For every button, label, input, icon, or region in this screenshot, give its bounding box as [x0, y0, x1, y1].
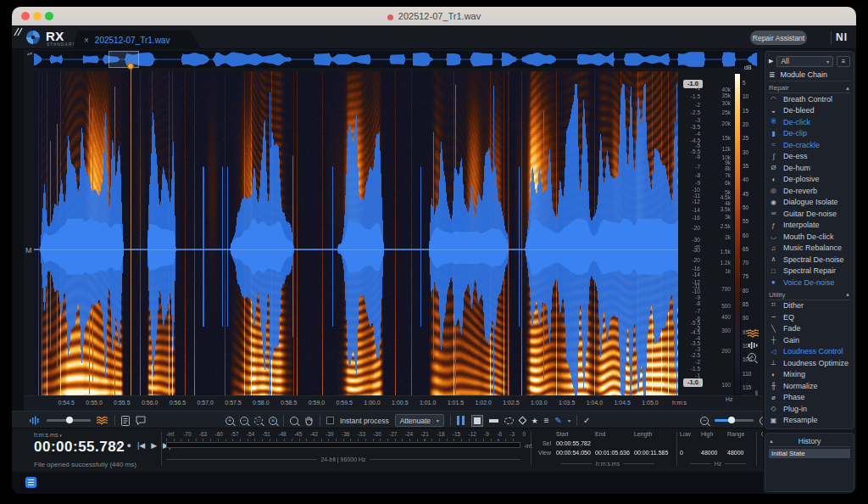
izotope-icon[interactable]	[12, 26, 23, 37]
h-zoom-slider[interactable]	[715, 419, 754, 422]
overview-waveform[interactable]	[34, 51, 757, 68]
module-item-de-crackle[interactable]: ≈De-crackle	[769, 139, 850, 151]
time-format-selector[interactable]: h:m:s.ms ▾	[34, 432, 62, 438]
zoom-in-icon[interactable]: +	[225, 417, 234, 425]
session-notes-icon[interactable]	[121, 416, 130, 426]
module-chain-item[interactable]: ≣ Module Chain	[769, 68, 850, 81]
module-label: Guitar De-noise	[783, 210, 837, 218]
module-item-gain[interactable]: ┼Gain	[769, 334, 850, 346]
module-chain-label: Module Chain	[781, 70, 828, 79]
module-item-phase[interactable]: øPhase	[769, 392, 850, 404]
module-item-spectral-de-noise[interactable]: ∧Spectral De-noise	[769, 254, 850, 266]
process-mode-dropdown[interactable]: Attenuate ▾	[395, 414, 444, 427]
instant-process-label: Instant process	[340, 417, 389, 425]
section-header-repair[interactable]: Repair▲	[769, 83, 850, 93]
module-item-resample[interactable]: ▣Resample	[769, 415, 850, 427]
module-item-normalize[interactable]: ╫Normalize	[769, 380, 850, 392]
tab-close-icon[interactable]: ×	[84, 36, 89, 45]
zoom-selection-icon[interactable]: ∷	[254, 417, 263, 425]
meter-tick-label: -12	[469, 431, 476, 437]
module-item-mouth-de-click[interactable]: ◡Mouth De-click	[769, 231, 850, 243]
magic-wand-tool-icon[interactable]: ★	[531, 417, 538, 425]
meter-tick-label: -70	[183, 431, 191, 437]
module-item-fade[interactable]: ╲Fade	[769, 323, 850, 335]
play-icon[interactable]: ▶	[151, 441, 157, 450]
instant-process-checkbox[interactable]	[326, 417, 334, 424]
levels-tool-icon[interactable]: ≡	[544, 416, 549, 425]
module-item-music-rebalance[interactable]: ♫Music Rebalance	[769, 243, 850, 255]
module-item-interpolate[interactable]: ƒInterpolate	[769, 220, 850, 232]
hand-tool-icon[interactable]	[304, 416, 314, 426]
time-selection-tool-icon[interactable]	[457, 416, 465, 425]
module-label: De-bleed	[783, 106, 815, 115]
playhead-handle[interactable]	[127, 63, 134, 70]
module-item-de-ess[interactable]: ∫De-ess	[769, 151, 850, 163]
playhead-time-display[interactable]: 00:00:55.782	[34, 439, 125, 456]
mouth-de-click-icon: ◡	[769, 232, 778, 240]
collapse-overview-icon[interactable]: ▴▾	[25, 51, 34, 56]
chevron-down-icon: ▾	[437, 417, 439, 423]
lasso-tool-icon[interactable]	[504, 417, 514, 424]
module-item-plug-in[interactable]: ◇Plug-in	[769, 403, 850, 415]
brush-options-caret-icon[interactable]: ▾	[568, 417, 570, 423]
module-item-de-reverb[interactable]: ◎De-reverb	[769, 185, 850, 197]
module-item-de-hum[interactable]: ØDe-hum	[769, 162, 850, 174]
file-tab[interactable]: × 202512-07_Tr1.wav	[72, 31, 202, 49]
magnify-tool-icon[interactable]	[290, 417, 298, 425]
module-filter-dropdown[interactable]: All ▾	[776, 56, 833, 67]
feedback-icon[interactable]	[136, 416, 146, 425]
waveform-toggle-icon[interactable]	[748, 341, 760, 350]
module-item-guitar-de-noise[interactable]: ∞Guitar De-noise	[769, 208, 850, 220]
module-item-loudness-optimize[interactable]: ⊥Loudness Optimize	[769, 357, 850, 369]
module-menu-icon[interactable]: ≡	[837, 56, 850, 67]
frequency-ruler[interactable]: 40k35k30k25k20k15k12k10k9k8k7k6k5k4.5k4k…	[693, 49, 731, 411]
time-frequency-selection-tool-icon[interactable]	[471, 415, 483, 427]
spectrogram-balance-icon[interactable]	[97, 416, 108, 425]
module-item-breath-control[interactable]: ◠Breath Control	[769, 93, 850, 105]
ni-logo[interactable]: NI	[836, 31, 848, 43]
collapse-icon[interactable]: ▲	[769, 439, 781, 444]
h-zoom-out-icon[interactable]: −	[700, 417, 709, 425]
spectrogram-colorbar[interactable]	[734, 73, 741, 395]
module-item-de-clip[interactable]: ▮De-clip	[769, 128, 850, 140]
monitor-icon[interactable]: ∩	[115, 441, 120, 450]
zoom-out-icon[interactable]: −	[240, 417, 248, 425]
module-item-voice-de-noise[interactable]: ●Voice De-noise	[769, 277, 850, 288]
vertical-zoom-in-icon[interactable]: +	[748, 353, 756, 361]
magic-select-tool-icon[interactable]: ✓	[583, 416, 590, 425]
level-meter[interactable]	[166, 442, 520, 448]
wave-spec-balance-slider[interactable]	[47, 419, 91, 422]
module-item-loudness-control[interactable]: ◁Loudness Control	[769, 346, 850, 358]
polygon-tool-icon[interactable]	[518, 417, 526, 425]
timeline-ruler[interactable]: h:m:s Hz 0:54.50:55.00:55.50:56.00:56.50…	[24, 395, 763, 411]
module-item-de-bleed[interactable]: ◒De-bleed	[769, 105, 850, 117]
history-header[interactable]: ▲ History	[769, 436, 850, 447]
spectrogram-toggle-icon[interactable]	[748, 329, 760, 338]
module-item-dither[interactable]: ⠛Dither	[769, 300, 850, 312]
section-header-utility[interactable]: Utility▲	[769, 290, 850, 300]
timeline-tick-label: 1:04.0	[587, 400, 603, 406]
module-item-de-click[interactable]: ※De-click	[769, 116, 850, 128]
meter-tick-label: -27	[389, 431, 397, 437]
playhead-line[interactable]	[131, 66, 131, 395]
preview-play-icon[interactable]: ▶	[769, 58, 773, 64]
module-item-spectral-repair[interactable]: □Spectral Repair	[769, 266, 850, 277]
event-log-icon[interactable]	[25, 477, 36, 488]
module-item-eq[interactable]: ∼EQ	[769, 311, 850, 323]
freq-tick-label: 100	[693, 382, 731, 388]
collapse-icon[interactable]: ▲	[845, 86, 850, 91]
freq-tick-label: 3.5k	[693, 206, 731, 212]
module-item-de-plosive[interactable]: ◖De-plosive	[769, 174, 850, 186]
skip-back-icon[interactable]: |◀	[137, 441, 145, 450]
history-item[interactable]: Initial State	[769, 449, 850, 458]
zoom-reset-icon[interactable]: ×	[269, 417, 277, 425]
module-item-mixing[interactable]: ◐Mixing	[769, 369, 850, 381]
record-icon[interactable]: ●	[126, 441, 131, 450]
brush-tool-icon[interactable]: ✎	[555, 416, 562, 425]
module-item-dialogue-isolate[interactable]: ◉Dialogue Isolate	[769, 197, 850, 209]
frequency-selection-tool-icon[interactable]	[489, 419, 498, 423]
collapse-icon[interactable]: ▲	[845, 292, 850, 297]
freq-tick-label: 20k	[693, 120, 731, 126]
repair-assistant-button[interactable]: Repair Assistant	[750, 31, 807, 45]
waveform-balance-icon[interactable]	[29, 416, 41, 425]
